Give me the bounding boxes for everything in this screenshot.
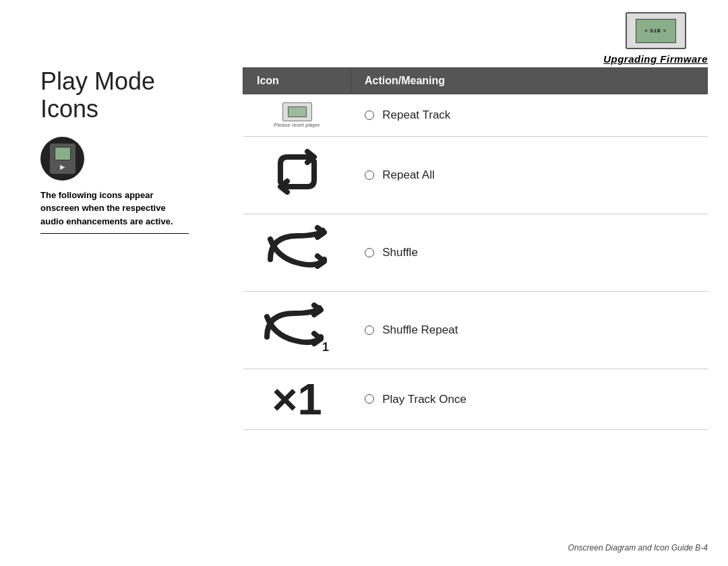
repeat-track-action: Repeat Track xyxy=(351,94,708,137)
repeat-track-icon-wrapper: Please reset player xyxy=(257,102,338,128)
device-screen xyxy=(636,19,676,43)
play-once-cell: ×1 xyxy=(243,369,351,430)
header-area: Upgrading Firmware xyxy=(603,12,708,65)
table-area: Icon Action/Meaning Please reset player xyxy=(243,67,708,430)
bullet-icon xyxy=(365,248,374,257)
bullet-icon xyxy=(365,325,374,335)
table-row: 1 Shuffle Repeat xyxy=(243,292,708,369)
col-action-header: Action/Meaning xyxy=(351,68,708,94)
repeat-track-label: Please reset player xyxy=(274,123,320,128)
device-icon-box xyxy=(40,137,84,181)
shuffle-repeat-action: Shuffle Repeat xyxy=(351,292,708,369)
page-title: Play Mode Icons xyxy=(40,67,189,123)
table-row: Repeat All xyxy=(243,137,708,214)
repeat-all-icon xyxy=(267,145,328,206)
bullet-icon xyxy=(365,394,374,404)
bullet-icon xyxy=(365,170,374,180)
firmware-title: Upgrading Firmware xyxy=(603,53,708,65)
col-icon-header: Icon xyxy=(243,68,351,94)
shuffle-repeat-icon: 1 xyxy=(260,300,334,360)
left-section: Play Mode Icons The following icons appe… xyxy=(40,67,189,234)
repeat-all-action: Repeat All xyxy=(351,137,708,214)
play-once-action: Play Track Once xyxy=(351,369,708,430)
description-text: The following icons appear onscreen when… xyxy=(40,189,189,234)
icon-table: Icon Action/Meaning Please reset player xyxy=(243,67,708,430)
shuffle-action: Shuffle xyxy=(351,214,708,292)
device-image xyxy=(626,12,686,49)
repeat-all-cell xyxy=(243,137,351,214)
play-once-icon: ×1 xyxy=(272,377,322,421)
table-row: Please reset player Repeat Track xyxy=(243,94,708,137)
bullet-icon xyxy=(365,111,374,120)
shuffle-cell xyxy=(243,214,351,292)
svg-text:1: 1 xyxy=(322,340,329,354)
repeat-track-cell: Please reset player xyxy=(243,94,351,137)
repeat-track-mini-device xyxy=(282,102,312,121)
table-row: Shuffle xyxy=(243,214,708,292)
device-icon-inner xyxy=(50,144,75,174)
repeat-track-mini-screen xyxy=(288,106,307,117)
footer-text: Onscreen Diagram and Icon Guide B-4 xyxy=(568,543,708,553)
shuffle-repeat-cell: 1 xyxy=(243,292,351,369)
shuffle-icon xyxy=(264,222,331,283)
footer: Onscreen Diagram and Icon Guide B-4 xyxy=(568,543,708,553)
table-row: ×1 Play Track Once xyxy=(243,369,708,430)
